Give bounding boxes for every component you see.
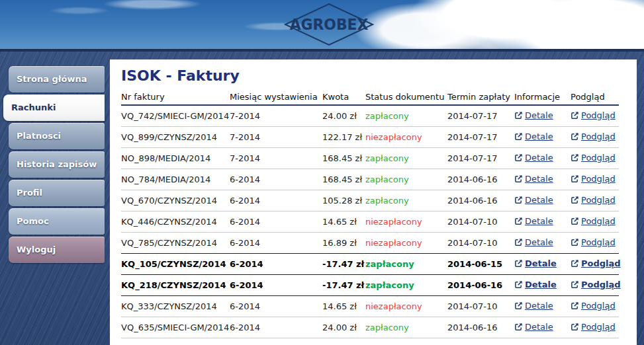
preview-cell: Podgląd (571, 126, 619, 147)
sidebar-item-strona-g-wna[interactable]: Strona główna (9, 66, 105, 93)
table-row: VQ_742/SMIECI-GM/20147-201424.00 złzapła… (121, 105, 619, 126)
table-row: KQ_333/CZYNSZ/20146-201414.65 złniezapła… (121, 295, 619, 317)
preview-cell: Podgląd (571, 232, 619, 253)
podglad-link[interactable]: Podgląd (571, 110, 616, 120)
invoice-due-date: 2014-06-16 (447, 317, 514, 338)
info-cell: Detale (514, 190, 571, 211)
info-cell: Detale (514, 126, 571, 147)
status-text: zapłacony (365, 280, 414, 290)
external-link-icon (514, 259, 523, 268)
podglad-link[interactable]: Podgląd (571, 216, 616, 226)
detale-label: Detale (525, 132, 553, 141)
invoice-month: 7-2014 (230, 105, 322, 126)
podglad-link[interactable]: Podgląd (571, 280, 621, 289)
podglad-link[interactable]: Podgląd (571, 237, 616, 247)
podglad-link[interactable]: Podgląd (571, 174, 616, 184)
invoice-status-cell: niezapłacony (365, 211, 447, 232)
header-banner: AGROBEX (0, 0, 644, 52)
detale-link[interactable]: Detale (514, 301, 553, 311)
invoice-number: NO_784/MEDIA/2014 (121, 169, 230, 190)
invoice-due-date: 2014-07-10 (447, 211, 514, 232)
invoice-status-cell: zapłacony (365, 253, 447, 274)
podglad-link[interactable]: Podgląd (571, 132, 616, 141)
sidebar-item-profil[interactable]: Profil (9, 180, 105, 206)
external-link-icon (514, 196, 523, 204)
detale-link[interactable]: Detale (514, 216, 553, 226)
detale-label: Detale (525, 280, 557, 289)
podglad-link[interactable]: Podgląd (571, 322, 616, 332)
status-text: zapłacony (365, 111, 409, 121)
content-panel: ISOK - Faktury Nr fakturyMiesiąc wystawi… (110, 59, 637, 345)
detale-label: Detale (525, 216, 553, 226)
detale-link[interactable]: Detale (514, 258, 557, 268)
podglad-link[interactable]: Podgląd (571, 153, 616, 163)
status-text: zapłacony (365, 153, 409, 163)
invoice-status-cell: niezapłacony (365, 126, 447, 147)
podglad-link[interactable]: Podgląd (571, 258, 621, 268)
detale-label: Detale (525, 322, 553, 332)
invoice-number: VQ_670/CZYNSZ/2014 (121, 190, 230, 211)
external-link-icon (571, 153, 579, 162)
podglad-label: Podgląd (581, 322, 616, 332)
preview-cell: Podgląd (571, 253, 619, 274)
detale-link[interactable]: Detale (514, 237, 553, 247)
detale-link[interactable]: Detale (514, 174, 553, 184)
detale-label: Detale (525, 174, 553, 184)
status-text: niezapłacony (365, 217, 422, 227)
invoice-number: KQ_105/CZYNSZ/2014 (121, 253, 230, 274)
sidebar-item-rachunki[interactable]: Rachunki (3, 95, 105, 121)
podglad-link[interactable]: Podgląd (571, 301, 616, 311)
invoice-number: KQ_218/CZYNSZ/2014 (121, 274, 230, 295)
table-row: KQ_218/CZYNSZ/20146-2014-17.47 złzapłaco… (121, 274, 619, 295)
info-cell: Detale (514, 317, 571, 338)
external-link-icon (571, 217, 579, 225)
preview-cell: Podgląd (571, 317, 619, 338)
table-row: KQ_446/CZYNSZ/20146-201414.65 złniezapła… (121, 211, 619, 232)
preview-cell: Podgląd (571, 274, 619, 295)
page: AGROBEX Strona głównaRachunkiPlatnosciHi… (0, 0, 644, 345)
sidebar-item-wyloguj[interactable]: Wyloguj (9, 237, 105, 263)
podglad-label: Podgląd (581, 132, 616, 141)
external-link-icon (571, 174, 579, 183)
detale-link[interactable]: Detale (514, 195, 553, 205)
external-link-icon (514, 238, 523, 247)
external-link-icon (514, 301, 523, 310)
invoice-month: 6-2014 (230, 317, 322, 338)
invoice-amount: 122.17 zł (322, 126, 365, 147)
podglad-label: Podgląd (581, 280, 621, 289)
sidebar-item-platnosci[interactable]: Platnosci (9, 123, 105, 149)
podglad-link[interactable]: Podgląd (571, 195, 616, 205)
detale-link[interactable]: Detale (514, 153, 553, 163)
column-header-status-dokumentu: Status dokumentu (365, 89, 447, 105)
podglad-label: Podgląd (581, 153, 616, 163)
external-link-icon (571, 238, 579, 247)
page-title: ISOK - Faktury (121, 67, 637, 84)
invoice-amount: 14.65 zł (322, 295, 365, 317)
status-text: zapłacony (365, 259, 414, 269)
invoices-table: Nr fakturyMiesiąc wystawieniaKwotaStatus… (121, 89, 619, 338)
external-link-icon (514, 323, 523, 331)
preview-cell: Podgląd (571, 211, 619, 232)
table-row: VQ_785/CZYNSZ/20146-201416.89 złniezapła… (121, 232, 619, 253)
invoice-amount: 24.00 zł (322, 105, 365, 126)
invoice-month: 6-2014 (230, 295, 322, 317)
invoice-amount: 168.45 zł (322, 169, 365, 190)
column-header-kwota: Kwota (322, 89, 365, 105)
column-header-termin-zap-aty: Termin zapłaty (447, 89, 514, 105)
external-link-icon (571, 132, 579, 141)
detale-link[interactable]: Detale (514, 110, 553, 120)
external-link-icon (571, 111, 579, 120)
info-cell: Detale (514, 232, 571, 253)
detale-link[interactable]: Detale (514, 322, 553, 332)
detale-link[interactable]: Detale (514, 132, 553, 141)
sidebar-item-pomoc[interactable]: Pomoc (9, 208, 105, 235)
detale-link[interactable]: Detale (514, 280, 557, 289)
podglad-label: Podgląd (581, 174, 616, 184)
detale-label: Detale (525, 195, 553, 205)
sidebar-item-historia-zapis-w[interactable]: Historia zapisów (9, 151, 105, 178)
invoice-amount: 105.28 zł (322, 190, 365, 211)
status-text: zapłacony (365, 174, 409, 184)
status-text: niezapłacony (365, 132, 422, 142)
invoice-status-cell: zapłacony (365, 190, 447, 211)
table-row: VQ_899/CZYNSZ/20147-2014122.17 złniezapł… (121, 126, 619, 147)
